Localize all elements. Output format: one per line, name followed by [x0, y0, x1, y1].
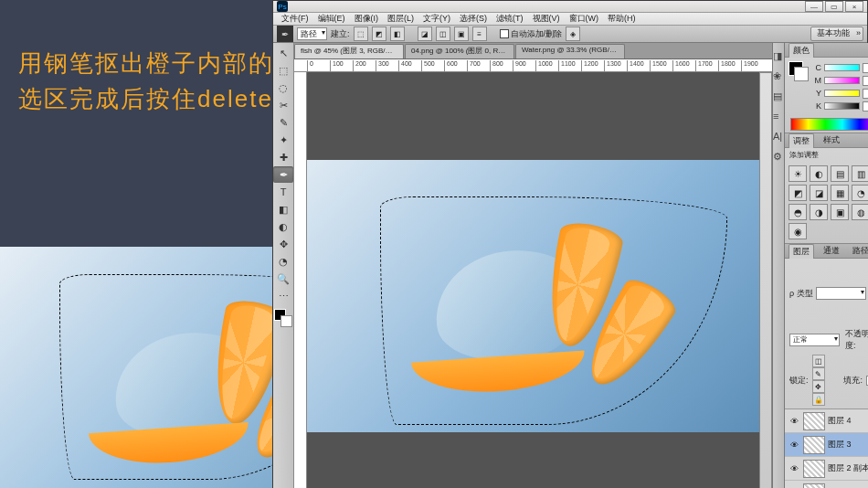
current-tool-icon[interactable]: ✒	[277, 26, 293, 42]
adjustment-icon-3[interactable]: ▥	[852, 165, 868, 182]
blend-mode-dropdown[interactable]: 正常	[789, 334, 840, 346]
layer-name[interactable]: 图层 2 副本	[828, 462, 868, 474]
dock-icon-5[interactable]: ⚙	[773, 151, 784, 162]
tool-1[interactable]: ⬚	[273, 62, 293, 79]
color-spectrum-bar[interactable]	[790, 118, 868, 131]
layer-visibility-icon[interactable]: 👁	[788, 417, 800, 426]
tool-4[interactable]: ✎	[273, 114, 293, 131]
menu-item-4[interactable]: 文字(Y)	[418, 13, 455, 25]
tool-13[interactable]: 🔍	[273, 271, 293, 287]
dock-icon-3[interactable]: ≡	[773, 111, 784, 122]
menu-item-3[interactable]: 图层(L)	[383, 13, 418, 25]
layer-thumbnail[interactable]	[803, 436, 825, 454]
menu-item-7[interactable]: 视图(V)	[528, 13, 565, 25]
y-value[interactable]: 89	[863, 89, 868, 99]
dock-icon-0[interactable]: ◨	[773, 50, 784, 61]
menu-item-8[interactable]: 窗口(W)	[565, 13, 604, 25]
tool-11[interactable]: ✥	[273, 236, 293, 252]
pen-mode-dropdown[interactable]: 路径	[297, 27, 327, 40]
color-swatch-fg-bg[interactable]	[789, 61, 809, 81]
styles-tab[interactable]: 样式	[820, 133, 843, 147]
adjustment-icon-6[interactable]: ◪	[810, 185, 828, 201]
document-tab-1[interactable]: 04.png @ 100% (图层 0, RGB/8) *	[405, 44, 514, 58]
auto-add-delete-checkbox[interactable]: 自动添加/删除	[500, 28, 563, 40]
layers-tab-2[interactable]: 路径	[849, 244, 868, 258]
layer-name[interactable]: 图层 3	[828, 439, 868, 451]
workspace-switcher[interactable]: 基本功能	[810, 27, 863, 41]
tool-12[interactable]: ◔	[273, 253, 293, 270]
tool-5[interactable]: ✦	[273, 132, 293, 148]
document-tab-0[interactable]: fish @ 45% (图层 3, RGB/CMYK) *	[294, 44, 404, 58]
title-bar[interactable]: Ps — ▭ ×	[273, 1, 867, 13]
adjustment-icon-10[interactable]: ◓	[789, 204, 807, 220]
adjustment-icon-12[interactable]: ▣	[831, 204, 849, 220]
layer-thumbnail[interactable]	[803, 483, 825, 489]
m-value[interactable]: 88	[863, 76, 868, 86]
minimize-button[interactable]: —	[805, 1, 823, 12]
layer-row-3[interactable]: 👁图层 2	[785, 481, 868, 488]
ruler-vertical[interactable]	[294, 72, 307, 488]
tool-0[interactable]: ↖	[273, 45, 293, 61]
scrollbar-vertical[interactable]	[759, 72, 772, 488]
k-value[interactable]: 80	[863, 101, 868, 111]
adjustment-icon-15[interactable]: ◉	[789, 223, 807, 239]
lock-icon-0[interactable]: ◫	[812, 355, 825, 367]
adjustment-icon-1[interactable]: ◐	[810, 165, 828, 182]
tool-14[interactable]: ⋯	[273, 288, 293, 304]
canvas-artboard[interactable]	[307, 160, 759, 432]
layer-list[interactable]: 👁图层 4👁图层 3👁图层 2 副本👁图层 2👁背景🔒	[785, 408, 868, 488]
adjustment-icon-13[interactable]: ◍	[852, 204, 868, 220]
path-ops-subtract-icon[interactable]: ◫	[436, 27, 450, 41]
tool-2[interactable]: ◌	[273, 80, 293, 96]
adjustment-icon-8[interactable]: ◔	[852, 185, 868, 201]
menu-item-9[interactable]: 帮助(H)	[603, 13, 640, 25]
fg-bg-swatch[interactable]	[274, 309, 292, 327]
tool-7[interactable]: ✒	[273, 166, 293, 183]
close-button[interactable]: ×	[845, 1, 863, 12]
dock-icon-2[interactable]: ▤	[773, 90, 784, 101]
layer-visibility-icon[interactable]: 👁	[788, 440, 800, 450]
make-selection-button[interactable]: ⬚	[354, 27, 368, 41]
adjustment-icon-5[interactable]: ◩	[789, 185, 807, 201]
tool-10[interactable]: ◐	[273, 218, 293, 235]
menu-item-2[interactable]: 图像(I)	[350, 13, 384, 25]
k-slider[interactable]	[824, 102, 860, 110]
tool-9[interactable]: ◧	[273, 201, 293, 217]
lock-icon-2[interactable]: ✥	[812, 380, 825, 393]
layer-thumbnail[interactable]	[803, 460, 825, 478]
rubber-band-icon[interactable]: ◈	[566, 27, 580, 41]
layer-visibility-icon[interactable]: 👁	[788, 464, 800, 473]
tool-8[interactable]: T	[273, 184, 293, 200]
adjustment-icon-11[interactable]: ◑	[810, 204, 828, 220]
lock-icon-3[interactable]: 🔒	[812, 393, 825, 406]
menu-item-6[interactable]: 滤镜(T)	[492, 13, 528, 25]
maximize-button[interactable]: ▭	[825, 1, 843, 12]
ruler-horizontal[interactable]: 0100200300400500600700800900100011001200…	[294, 59, 772, 72]
make-mask-button[interactable]: ◩	[372, 27, 386, 41]
dock-icon-1[interactable]: ❀	[773, 70, 784, 81]
tool-3[interactable]: ✂	[273, 97, 293, 113]
path-ops-intersect-icon[interactable]: ▣	[454, 27, 469, 41]
color-panel-tab[interactable]: 颜色	[789, 43, 814, 58]
layer-row-0[interactable]: 👁图层 4	[785, 409, 868, 433]
m-slider[interactable]	[824, 77, 860, 84]
adjustment-icon-0[interactable]: ☀	[789, 165, 807, 182]
path-ops-add-icon[interactable]: ◪	[418, 27, 432, 41]
menu-item-0[interactable]: 文件(F)	[277, 13, 313, 25]
layers-tab-1[interactable]: 通道	[820, 244, 843, 258]
menu-item-5[interactable]: 选择(S)	[455, 13, 492, 25]
tool-6[interactable]: ✚	[273, 149, 293, 165]
dock-icon-4[interactable]: A|	[773, 131, 784, 142]
c-value[interactable]: 93	[863, 63, 868, 73]
layer-name[interactable]: 图层 4	[828, 415, 868, 427]
path-align-icon[interactable]: ≡	[472, 27, 487, 41]
make-shape-button[interactable]: ◧	[390, 27, 405, 41]
canvas-viewport[interactable]	[307, 72, 759, 488]
adjustment-icon-2[interactable]: ▤	[831, 165, 849, 182]
layer-thumbnail[interactable]	[803, 412, 825, 430]
layers-tab-0[interactable]: 图层	[789, 244, 814, 259]
layer-row-2[interactable]: 👁图层 2 副本	[785, 457, 868, 481]
adjustment-icon-7[interactable]: ▦	[831, 185, 849, 201]
lock-icon-1[interactable]: ✎	[812, 367, 825, 380]
c-slider[interactable]	[824, 64, 860, 71]
